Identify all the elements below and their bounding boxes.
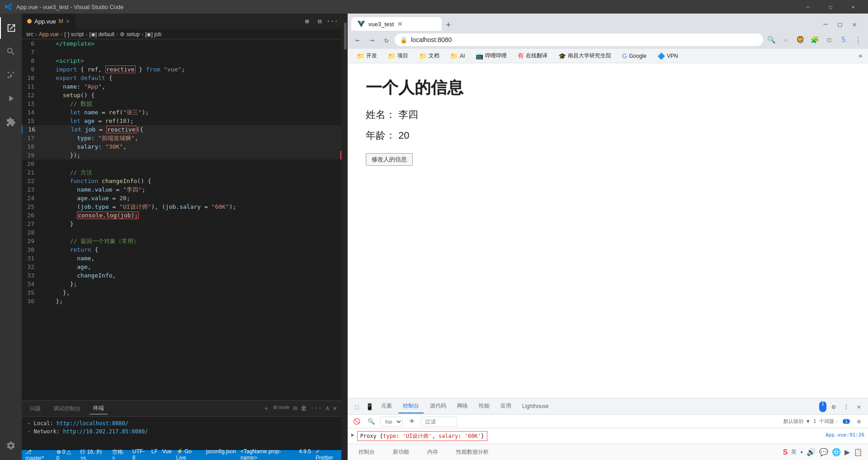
bookmark-kaifa[interactable]: 📁 开发 [353,51,381,61]
csdn-sound-icon[interactable]: 🔊 [807,448,816,456]
terminal-tab-debug[interactable]: 调试控制台 [50,403,84,414]
new-tab-button[interactable]: + [442,17,455,31]
console-filter-input[interactable] [421,417,457,427]
bookmark-vpn[interactable]: 🔷 VPN [654,51,682,61]
terminal-chevron-icon[interactable]: ∧ [326,404,329,413]
footer-new-feature-btn[interactable]: 新功能 [387,446,415,458]
footer-memory-btn[interactable]: 内存 [422,446,443,458]
devtools-more-icon[interactable]: ⋮ [841,401,852,412]
close-button[interactable]: ✕ [843,0,863,14]
terminal-tab-terminal[interactable]: 终端 [90,403,108,414]
console-settings-icon[interactable]: ⚙ [854,416,864,427]
bookmark-xiangmu[interactable]: 📁 项目 [384,51,412,61]
status-errors[interactable]: ⊗ 0 △ 0 [57,449,75,460]
bookmark-bilibili[interactable]: 📺 哔哩哔哩 [472,51,510,61]
extensions-nav-icon[interactable]: 🧩 [808,33,821,46]
extensions-icon[interactable] [0,111,22,133]
terminal-url-local[interactable]: http://localhost:8080/ [57,420,128,427]
bookmark-google[interactable]: G Google [618,51,650,61]
browser-tab-close-icon[interactable]: ✕ [397,20,403,28]
app-vue-tab[interactable]: App.vue M × [22,14,75,29]
address-bar[interactable]: 🔒 localhost:8080 [395,33,763,46]
editor-scrollbar[interactable] [341,14,348,460]
explorer-icon[interactable] [0,17,22,39]
devtools-tab-network[interactable]: 网络 [453,399,472,413]
status-tag-name[interactable]: <TagName prop-name> [241,448,294,460]
csdn-video-icon[interactable]: ▶ [844,448,850,456]
devtools-tab-elements[interactable]: 元素 [377,399,396,413]
layout-icon[interactable]: ⊟ [314,16,325,27]
tab-close-button[interactable]: × [66,18,70,25]
split-editor-icon[interactable]: ⊞ [302,16,312,27]
minimize-button[interactable]: ─ [797,0,818,14]
profile-icon[interactable]: ◻ [823,33,835,46]
devtools-tab-console[interactable]: 控制台 [398,399,424,413]
csdn-chat-icon[interactable]: 💬 [819,448,828,456]
terminal-tab-problems[interactable]: 问题 [26,403,44,414]
status-version[interactable]: 4.9.5 [299,448,311,460]
bookmark-icon[interactable]: ☆ [779,33,792,46]
csdn-s-icon[interactable]: S [783,448,788,456]
sider-ext-icon[interactable]: S [837,33,850,46]
run-icon[interactable] [0,88,22,109]
search-icon[interactable] [0,41,22,62]
maximize-browser-btn[interactable]: □ [834,18,846,31]
back-button[interactable]: ← [351,33,364,46]
bookmark-wendang[interactable]: 📁 文档 [415,51,443,61]
devtools-tab-performance[interactable]: 性能 [474,399,494,413]
status-config[interactable]: jsconfig.json [206,448,236,460]
bookmark-translate[interactable]: 有 在线翻译 [514,51,551,61]
terminal-split-icon[interactable]: ⊟ [293,404,297,413]
modify-button[interactable]: 修改人的信息 [366,153,413,166]
console-clear-icon[interactable]: 🚫 [351,416,362,427]
devtools-tab-lighthouse[interactable]: Lighthouse [518,400,553,413]
status-line-ending[interactable]: LF [151,448,158,460]
terminal-content: - Local: http://localhost:8080/ - Networ… [22,417,341,438]
console-file-ref[interactable]: App.vue:91:26 [826,431,864,439]
bookmarks-more-icon[interactable]: » [858,52,863,60]
shield-brave-icon[interactable]: 🦁 [794,33,807,46]
devtools-close-icon[interactable]: ✕ [854,401,864,412]
code-line-28: 28 [22,228,341,237]
status-encoding[interactable]: UTF-8 [132,448,147,460]
terminal-trash-icon[interactable]: 🗑 [301,404,307,413]
expand-proxy-icon[interactable]: ▶ [351,431,354,439]
maximize-button[interactable]: □ [820,0,841,14]
terminal-more-icon[interactable]: ··· [311,404,322,413]
terminal-close-icon[interactable]: ✕ [333,404,337,413]
csdn-translate-icon[interactable]: 🌐 [832,448,841,456]
device-toggle-icon[interactable]: 📱 [364,401,375,412]
browser-tab[interactable]: vue3_test ✕ [351,17,442,31]
status-language[interactable]: Vue [162,448,172,460]
reload-button[interactable]: ↻ [380,33,393,46]
footer-perf-btn[interactable]: 性能数据分析 [451,446,494,458]
footer-console-btn[interactable]: 控制台 [353,446,380,458]
status-spaces[interactable]: 空格: 2 [112,448,128,460]
code-editor[interactable]: 6 </template> 7 8 <script> [22,39,341,400]
devtools-tab-application[interactable]: 应用 [496,399,516,413]
bookmark-ncu[interactable]: 🎓 南昌大学研究生院 [555,51,615,61]
bookmark-ai[interactable]: 📁 AI [447,51,468,61]
csdn-copy-icon[interactable]: 📋 [854,448,863,456]
devtools-tab-sources[interactable]: 源代码 [425,399,451,413]
status-go-live[interactable]: ⚡ Go Live [176,448,202,460]
status-git[interactable]: ⎇ master* [25,449,51,460]
more-icon[interactable]: ··· [327,16,338,27]
console-default-level[interactable]: 默认级别 ▼ [783,418,809,425]
console-top-select[interactable]: top [380,417,403,427]
devtools-settings-icon[interactable]: ⚙ [828,401,839,412]
status-line-col[interactable]: 行 16, 列 25 [80,448,107,460]
console-filter-icon[interactable]: 🔍 [366,416,377,427]
settings-icon[interactable] [0,435,22,456]
minimize-browser-btn[interactable]: ─ [819,18,832,31]
forward-button[interactable]: → [366,33,378,46]
console-eye-icon[interactable]: 👁 [406,416,417,427]
inspect-element-icon[interactable]: ⬚ [351,401,362,412]
status-prettier[interactable]: ✓ Prettier [316,448,338,460]
terminal-add-icon[interactable]: ＋ [263,404,269,413]
close-browser-btn[interactable]: ✕ [848,18,861,31]
search-nav-icon[interactable]: 🔍 [765,33,778,46]
menu-dots-icon[interactable]: ⋮ [852,33,864,46]
terminal-url-network[interactable]: http://10.202.217.85:8080/ [63,428,148,435]
git-icon[interactable] [0,64,22,86]
